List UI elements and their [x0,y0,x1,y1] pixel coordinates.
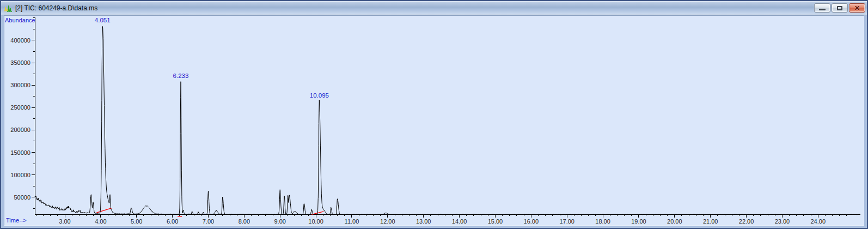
svg-text:24.00: 24.00 [811,218,826,225]
svg-text:200000: 200000 [10,126,30,133]
axes [35,17,860,214]
svg-text:8.00: 8.00 [239,218,250,225]
peak-labels: 4.0516.23310.095 [95,17,329,99]
svg-text:6.00: 6.00 [167,218,178,225]
x-tick-labels: 3.004.005.006.007.008.009.0010.0011.0012… [59,218,826,225]
svg-text:100000: 100000 [10,172,30,178]
svg-text:50000: 50000 [14,194,30,201]
integration-baseline [96,208,112,213]
axis-ticks [32,18,847,218]
svg-text:16.00: 16.00 [524,218,539,225]
peak-label: 10.095 [310,92,329,99]
svg-text:17.00: 17.00 [559,218,574,225]
chromatogram-icon [4,4,13,13]
svg-text:11.00: 11.00 [345,218,359,225]
svg-text:21.00: 21.00 [703,218,718,225]
chart-area[interactable]: Abundance Time--> 3.004.005.006.007.008.… [4,15,864,226]
svg-text:20.00: 20.00 [667,218,682,225]
svg-text:4.00: 4.00 [95,218,106,225]
close-button[interactable]: ✕ [849,3,865,13]
svg-text:9.00: 9.00 [274,218,286,225]
maximize-button[interactable] [832,3,848,13]
svg-text:250000: 250000 [10,104,30,111]
titlebar[interactable]: [2] TIC: 604249-a.D\data.ms ✕ [1,1,867,15]
svg-text:400000: 400000 [10,37,30,44]
svg-text:19.00: 19.00 [631,218,646,225]
svg-text:12.00: 12.00 [380,218,395,225]
window-title: [2] TIC: 604249-a.D\data.ms [15,1,97,15]
minimize-icon [819,9,826,10]
svg-text:15.00: 15.00 [488,218,503,225]
close-icon: ✕ [854,5,860,11]
svg-text:23.00: 23.00 [775,218,790,225]
svg-text:5.00: 5.00 [131,218,142,225]
chromatogram-window: [2] TIC: 604249-a.D\data.ms ✕ Abundance … [0,0,868,229]
svg-text:7.00: 7.00 [203,218,214,225]
svg-text:14.00: 14.00 [452,218,467,225]
maximize-icon [837,6,842,10]
tic-trace [35,26,860,215]
svg-text:22.00: 22.00 [739,218,754,225]
svg-text:18.00: 18.00 [595,218,610,225]
minimize-button[interactable] [814,3,830,13]
peak-label: 4.051 [95,17,111,23]
peak-label: 6.233 [173,73,189,79]
svg-text:10.00: 10.00 [308,218,323,225]
svg-text:13.00: 13.00 [416,218,431,225]
chromatogram-plot: 3.004.005.006.007.008.009.0010.0011.0012… [4,16,864,226]
svg-text:3.00: 3.00 [59,218,70,225]
svg-text:150000: 150000 [10,149,30,156]
y-tick-labels: 5000010000015000020000025000030000035000… [10,37,30,201]
svg-text:350000: 350000 [10,59,30,66]
svg-text:300000: 300000 [10,82,30,88]
